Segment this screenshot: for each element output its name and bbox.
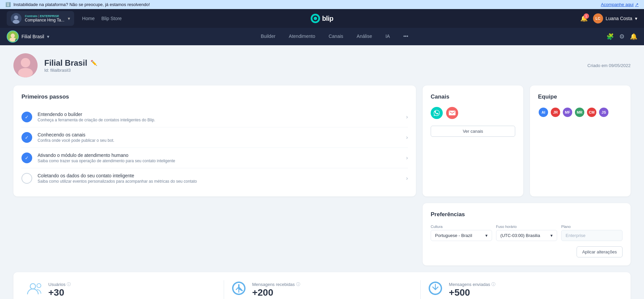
alert-message: Instabilidade na plataforma? Não se preo…: [13, 2, 150, 7]
email-channel-icon: [446, 107, 458, 119]
step-2-check: ✓: [21, 132, 32, 143]
nav-link-blipstore[interactable]: Blip Store: [101, 16, 122, 21]
step-4-check: [21, 173, 32, 184]
usuarios-icon: [27, 282, 43, 298]
blip-logo-circle: [311, 14, 320, 23]
bot-status-dot: [15, 39, 18, 42]
stat-mensagens-enviadas-label: Mensagens enviadas ⓘ: [449, 282, 495, 287]
contract-badge-label: Contrato: [25, 14, 38, 18]
svg-point-1: [14, 15, 18, 19]
sub-nav-canais[interactable]: Canais: [322, 28, 350, 45]
user-menu-button[interactable]: LC Luana Costa ▾: [593, 13, 637, 23]
stat-usuarios-info-icon[interactable]: ⓘ: [67, 282, 71, 287]
stat-mensagens-recebidas-value: +200: [252, 287, 300, 298]
blip-logo-text: blip: [322, 15, 333, 22]
bot-selector[interactable]: Filial Brasil ▾: [7, 31, 49, 43]
aplicar-alteracoes-button[interactable]: Aplicar alterações: [577, 246, 623, 257]
bot-chevron-icon: ▾: [47, 34, 49, 39]
notifications-badge: 1: [584, 13, 589, 19]
sub-nav-atendimento[interactable]: Atendimento: [282, 28, 322, 45]
settings-icon-button[interactable]: ⚙: [619, 33, 625, 40]
step-4-title: Coletando os dados do seu contato inteli…: [38, 173, 401, 178]
user-name: Luana Costa: [606, 16, 632, 21]
step-3[interactable]: ✓ Ativando o módulo de atendimento human…: [21, 148, 408, 168]
contract-badge: Contrato | ENTERPRISE: [25, 14, 64, 18]
team-member-4: MR: [574, 107, 585, 118]
step-2-desc: Confira onde você pode publicar o seu bo…: [38, 138, 401, 143]
stat-mensagens-recebidas-label: Mensagens recebidas ⓘ: [252, 282, 300, 287]
svg-point-2: [13, 20, 19, 24]
nav-link-home[interactable]: Home: [82, 16, 95, 21]
svg-point-6: [11, 34, 15, 38]
page-content: Filial Brasil ✏️ Id: filialbrasil3 Criad…: [0, 45, 644, 299]
profile-avatar: [13, 53, 38, 77]
pref-cultura-select[interactable]: Portuguese - Brazil ▾: [431, 230, 492, 241]
step-2-arrow-icon: ›: [406, 134, 408, 140]
chevron-down-icon: ▾: [68, 16, 70, 21]
ver-canais-button[interactable]: Ver canais: [431, 126, 515, 137]
equipe-card: Equipe AI JR MF MR CM JS: [530, 85, 631, 196]
contract-selector[interactable]: Contrato | ENTERPRISE Compliance Hmg Ta.…: [7, 11, 74, 26]
stat-enviadas-info-icon[interactable]: ⓘ: [491, 282, 495, 287]
sub-nav-builder[interactable]: Builder: [254, 28, 282, 45]
stat-mensagens-enviadas-value: +500: [449, 287, 495, 298]
sub-nav-analise[interactable]: Análise: [350, 28, 379, 45]
step-4-arrow-icon: ›: [406, 175, 408, 181]
top-nav-links: Home Blip Store: [82, 16, 122, 21]
info-icon: ℹ️: [5, 2, 11, 7]
pref-plano-field: Plano Enterprise: [561, 225, 623, 241]
step-4[interactable]: Coletando os dados do seu contato inteli…: [21, 168, 408, 188]
team-member-1: AI: [538, 107, 549, 118]
team-member-5: CM: [586, 107, 597, 118]
profile-name: Filial Brasil ✏️: [44, 58, 581, 68]
primeiros-passos-card: Primeiros passos ✓ Entendendo o builder …: [13, 85, 416, 196]
team-member-6: JS: [598, 107, 609, 118]
blip-logo: blip: [311, 14, 333, 23]
pref-cultura-label: Cultura: [431, 225, 492, 229]
sub-nav: Filial Brasil ▾ Builder Atendimento Cana…: [0, 28, 644, 45]
bot-avatar: [7, 31, 19, 43]
stat-usuarios-label: Usuários ⓘ: [48, 282, 71, 287]
equipe-avatars: AI JR MF MR CM JS: [538, 107, 623, 118]
stat-usuarios-content: Usuários ⓘ +30: [48, 282, 71, 298]
cards-top-grid: Primeiros passos ✓ Entendendo o builder …: [13, 85, 631, 196]
step-3-check: ✓: [21, 153, 32, 163]
svg-point-11: [30, 284, 36, 289]
stat-usuarios: Usuários ⓘ +30: [27, 280, 224, 299]
alert-link[interactable]: Acompanhe aqui ↗: [601, 2, 639, 7]
stats-card: Usuários ⓘ +30 Mensagens recebidas ⓘ: [13, 272, 631, 299]
profile-header: Filial Brasil ✏️ Id: filialbrasil3 Criad…: [13, 53, 631, 77]
notifications-button[interactable]: 🔔 1: [580, 15, 588, 22]
sub-nav-more[interactable]: •••: [396, 28, 415, 45]
edit-profile-icon[interactable]: ✏️: [91, 60, 97, 66]
equipe-title: Equipe: [538, 94, 623, 100]
top-nav: Contrato | ENTERPRISE Compliance Hmg Ta.…: [0, 9, 644, 28]
stat-recebidas-info-icon[interactable]: ⓘ: [296, 282, 300, 287]
pref-fuso-select[interactable]: (UTC-03:00) Brasilia ▾: [496, 230, 557, 241]
alert-left: ℹ️ Instabilidade na plataforma? Não se p…: [5, 2, 150, 7]
bell-icon-button[interactable]: 🔔: [630, 33, 637, 40]
sub-nav-ia[interactable]: IA: [379, 28, 396, 45]
external-link-icon: ↗: [635, 2, 639, 7]
pref-fuso-label: Fuso horário: [496, 225, 557, 229]
pref-fuso-value: (UTC-03:00) Brasilia: [500, 233, 540, 238]
plugin-icon-button[interactable]: 🧩: [606, 33, 614, 40]
stat-usuarios-value: +30: [48, 287, 71, 298]
canais-card: Canais Ver canais: [423, 85, 523, 196]
pref-plano-select: Enterprise: [561, 230, 623, 241]
stat-mensagens-recebidas-content: Mensagens recebidas ⓘ +200: [252, 282, 300, 298]
alert-link-text: Acompanhe aqui: [601, 2, 634, 7]
primeiros-passos-title: Primeiros passos: [21, 94, 408, 100]
step-2[interactable]: ✓ Conhecendo os canais Confira onde você…: [21, 127, 408, 148]
user-chevron-icon: ▾: [635, 16, 637, 21]
contract-name: Compliance Hmg Ta...: [25, 18, 64, 22]
sub-nav-right: 🧩 ⚙ 🔔: [606, 33, 637, 40]
stat-mensagens-recebidas: Mensagens recebidas ⓘ +200: [224, 280, 421, 299]
step-3-title: Ativando o módulo de atendimento humano: [38, 153, 401, 158]
pref-cultura-value: Portuguese - Brazil: [435, 233, 472, 238]
step-4-desc: Saiba como utilizar eventos personalizad…: [38, 179, 401, 184]
svg-point-9: [21, 58, 30, 67]
step-1[interactable]: ✓ Entendendo o builder Conheça a ferrame…: [21, 107, 408, 127]
alert-bar: ℹ️ Instabilidade na plataforma? Não se p…: [0, 0, 644, 9]
stat-mensagens-enviadas: Mensagens enviadas ⓘ +500: [420, 280, 617, 299]
